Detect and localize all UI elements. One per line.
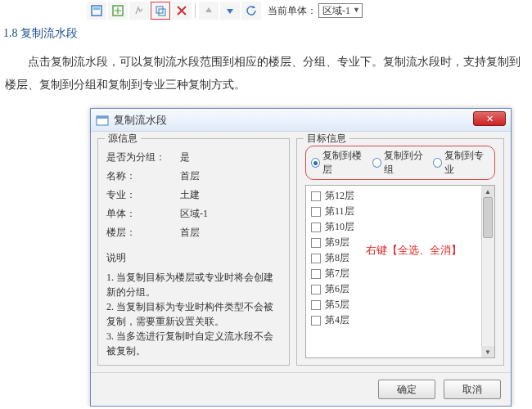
copy-mode-radios: 复制到楼层复制到分组复制到专业 xyxy=(305,146,495,180)
checkbox-icon[interactable] xyxy=(311,238,321,248)
floor-item[interactable]: 第11层 xyxy=(306,204,494,219)
floor-label: 第5层 xyxy=(325,298,349,312)
dialog-titlebar: 复制流水段 ✕ xyxy=(91,109,511,132)
close-button[interactable]: ✕ xyxy=(473,111,506,126)
svg-rect-3 xyxy=(156,7,163,13)
target-panel-title: 目标信息 xyxy=(304,132,349,146)
source-row: 是否为分组：是 xyxy=(106,151,281,164)
source-row: 名称：首层 xyxy=(106,169,281,183)
source-row: 单体：区域-1 xyxy=(106,207,281,221)
radio-复制到分组[interactable]: 复制到分组 xyxy=(372,149,429,177)
floor-item[interactable]: 第7层 xyxy=(306,266,494,281)
dialog-title: 复制流水段 xyxy=(114,113,167,128)
floor-label: 第7层 xyxy=(325,267,349,281)
source-row: 楼层：首层 xyxy=(106,226,281,240)
source-label: 是否为分组： xyxy=(106,151,180,164)
checkbox-icon[interactable] xyxy=(311,269,321,279)
radio-dot-icon xyxy=(433,158,442,168)
floor-label: 第10层 xyxy=(325,220,354,234)
source-panel-title: 源信息 xyxy=(105,132,141,146)
source-value: 是 xyxy=(180,151,281,164)
radio-label: 复制到楼层 xyxy=(322,149,367,177)
chevron-down-icon: ▼ xyxy=(353,6,360,14)
checkbox-icon[interactable] xyxy=(311,207,321,217)
tool-btn-refresh[interactable] xyxy=(241,2,261,20)
floor-label: 第12层 xyxy=(325,189,354,203)
dialog-body: 源信息 是否为分组：是名称：首层专业：土建单体：区域-1楼层：首层 说明 1. … xyxy=(91,132,511,372)
top-toolbar: 当前单体： 区域-1 ▼ xyxy=(82,0,532,21)
floor-label: 第11层 xyxy=(325,204,354,218)
tool-btn-copy-segment[interactable] xyxy=(151,2,170,20)
source-label: 楼层： xyxy=(106,226,180,240)
radio-label: 复制到分组 xyxy=(384,149,429,177)
current-unit-value: 区域-1 xyxy=(322,5,350,16)
radio-label: 复制到专业 xyxy=(444,149,489,177)
floor-label: 第6层 xyxy=(325,282,349,296)
radio-dot-icon xyxy=(311,158,320,168)
desc-list: 1. 当复制目标为楼层或专业时将会创建新的分组。2. 当复制目标为专业时构件类型… xyxy=(106,270,281,358)
tool-btn-down[interactable] xyxy=(220,2,240,20)
source-row: 专业：土建 xyxy=(106,188,281,202)
tool-btn-delete[interactable] xyxy=(172,2,192,20)
svg-rect-0 xyxy=(92,6,101,16)
tool-btn-up[interactable] xyxy=(199,2,219,20)
scroll-down-arrow[interactable]: ▼ xyxy=(481,346,494,357)
floor-item[interactable]: 第5层 xyxy=(306,297,494,312)
source-label: 专业： xyxy=(106,188,180,202)
ok-button[interactable]: 确定 xyxy=(378,380,435,399)
dialog-icon xyxy=(96,114,109,127)
source-label: 名称： xyxy=(106,169,180,183)
checkbox-icon[interactable] xyxy=(311,316,321,326)
floor-item[interactable]: 第10层 xyxy=(306,219,494,235)
close-icon: ✕ xyxy=(486,114,494,124)
source-value: 土建 xyxy=(180,188,281,202)
desc-item: 2. 当复制目标为专业时构件类型不会被复制，需要重新设置关联。 xyxy=(106,299,281,329)
desc-item: 3. 当多选进行复制时自定义流水段不会被复制。 xyxy=(106,329,281,358)
floor-label: 第9层 xyxy=(325,236,349,249)
scrollbar[interactable]: ▲ ▼ xyxy=(481,186,494,357)
copy-segment-dialog: 复制流水段 ✕ 源信息 是否为分组：是名称：首层专业：土建单体：区域-1楼层：首… xyxy=(90,108,512,407)
desc-item: 1. 当复制目标为楼层或专业时将会创建新的分组。 xyxy=(106,270,281,299)
source-value: 区域-1 xyxy=(180,207,281,221)
floor-list: 第12层第11层第10层第9层第8层第7层第6层第5层第4层 右键【全选、全消】… xyxy=(305,185,495,358)
scroll-thumb[interactable] xyxy=(483,197,493,238)
scroll-up-arrow[interactable]: ▲ xyxy=(481,186,494,197)
radio-dot-icon xyxy=(372,158,381,168)
source-value: 首层 xyxy=(180,169,281,183)
toolbar-separator xyxy=(195,3,196,18)
checkbox-icon[interactable] xyxy=(311,285,321,294)
intro-paragraph: 点击复制流水段，可以复制流水段范围到相应的楼层、分组、专业下。复制流水段时，支持… xyxy=(5,51,527,97)
svg-rect-4 xyxy=(159,9,165,16)
tool-btn-1[interactable] xyxy=(87,2,106,20)
dialog-footer: 确定 取消 xyxy=(91,372,511,406)
floor-label: 第8层 xyxy=(325,251,349,265)
floor-label: 第4层 xyxy=(325,313,349,327)
svg-rect-6 xyxy=(97,116,108,119)
checkbox-icon[interactable] xyxy=(311,222,321,232)
tool-btn-2[interactable] xyxy=(108,2,128,20)
radio-复制到专业[interactable]: 复制到专业 xyxy=(433,149,489,177)
checkbox-icon[interactable] xyxy=(311,191,321,201)
floor-item[interactable]: 第4层 xyxy=(306,312,494,328)
source-panel: 源信息 是否为分组：是名称：首层专业：土建单体：区域-1楼层：首层 说明 1. … xyxy=(97,138,290,366)
radio-复制到楼层[interactable]: 复制到楼层 xyxy=(311,149,367,177)
svg-rect-1 xyxy=(93,7,100,10)
desc-label: 说明 xyxy=(106,251,281,265)
current-unit-label: 当前单体： xyxy=(268,4,317,18)
section-title: 1.8 复制流水段 xyxy=(3,26,532,41)
checkbox-icon[interactable] xyxy=(311,300,321,310)
cancel-button[interactable]: 取消 xyxy=(444,380,501,399)
context-menu-hint: 右键【全选、全消】 xyxy=(366,243,462,258)
tool-btn-3[interactable] xyxy=(129,2,149,20)
source-value: 首层 xyxy=(180,226,281,240)
floor-item[interactable]: 第6层 xyxy=(306,281,494,297)
checkbox-icon[interactable] xyxy=(311,254,321,263)
current-unit-select[interactable]: 区域-1 ▼ xyxy=(318,3,363,18)
floor-item[interactable]: 第12层 xyxy=(306,188,494,204)
target-panel: 目标信息 复制到楼层复制到分组复制到专业 第12层第11层第10层第9层第8层第… xyxy=(296,138,504,366)
source-label: 单体： xyxy=(106,207,180,221)
source-rows: 是否为分组：是名称：首层专业：土建单体：区域-1楼层：首层 xyxy=(106,151,281,240)
